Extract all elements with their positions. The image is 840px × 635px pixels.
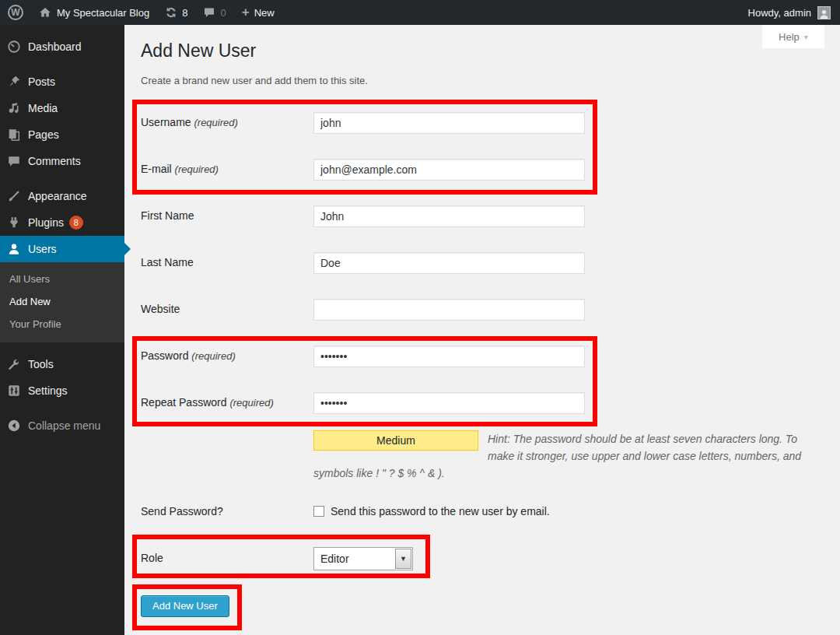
role-selected-value: Editor: [314, 553, 395, 565]
send-password-checkbox-label: Send this password to the new user by em…: [331, 505, 550, 517]
updates-count: 8: [182, 7, 187, 19]
settings-sliders-icon: [6, 383, 22, 398]
add-user-form: Username (required) E-mail (required) Fi…: [141, 103, 824, 617]
sidebar-item-label: Collapse menu: [28, 419, 100, 432]
users-submenu: All Users Add New Your Profile: [0, 262, 124, 342]
wordpress-logo-icon: W: [8, 5, 23, 20]
sidebar-item-media[interactable]: Media: [0, 95, 124, 121]
repeat-password-label: Repeat Password (required): [141, 384, 313, 430]
sidebar-item-label: Settings: [28, 384, 68, 397]
dashboard-icon: [6, 39, 22, 54]
sidebar-item-posts[interactable]: Posts: [0, 68, 124, 95]
strength-spacer: [141, 430, 313, 499]
sidebar-item-label: Posts: [28, 75, 55, 88]
menu-separator: [0, 60, 124, 68]
pages-icon: [6, 127, 22, 142]
main-content: Help ▾ Add New User Create a brand new u…: [124, 25, 840, 635]
chevron-down-icon: ▾: [804, 33, 808, 41]
last-name-label: Last Name: [141, 244, 313, 290]
password-label: Password (required): [141, 337, 313, 384]
admin-sidebar-menu: Dashboard Posts Media Pages Comments App…: [0, 25, 124, 635]
site-name-link[interactable]: My Spectacular Blog: [31, 0, 157, 25]
sidebar-item-label: Pages: [28, 128, 59, 141]
username-label: Username (required): [141, 103, 313, 150]
sidebar-item-label: Appearance: [28, 190, 87, 202]
sidebar-item-collapse-menu[interactable]: Collapse menu: [0, 412, 124, 439]
password-input[interactable]: [313, 346, 585, 367]
sidebar-item-settings[interactable]: Settings: [0, 377, 124, 404]
updates-icon: [165, 6, 177, 19]
new-label: New: [254, 7, 275, 19]
home-icon: [39, 6, 51, 19]
last-name-row: Last Name: [141, 244, 824, 290]
howdy-label: Howdy, admin: [748, 7, 811, 19]
sidebar-item-pages[interactable]: Pages: [0, 121, 124, 148]
website-row: Website: [141, 290, 824, 337]
submit-row: Add New User: [141, 580, 824, 617]
page-title: Add New User: [141, 40, 824, 61]
user-icon: [6, 241, 22, 257]
sidebar-item-label: Dashboard: [28, 40, 82, 53]
comments-bubble-icon: [203, 6, 215, 19]
sidebar-item-label: Users: [28, 243, 57, 255]
admin-bar: W My Spectacular Blog 8 0 + New Howdy, a…: [0, 0, 840, 25]
send-password-row: Send Password? Send this password to the…: [141, 499, 824, 536]
send-password-checkbox[interactable]: [313, 506, 324, 517]
email-row: E-mail (required): [141, 150, 824, 197]
sidebar-item-label: Plugins: [28, 216, 64, 229]
updates-indicator[interactable]: 8: [157, 0, 195, 25]
sidebar-item-label: Tools: [28, 358, 54, 370]
plugins-update-badge: 8: [69, 216, 83, 230]
last-name-input[interactable]: [313, 252, 585, 274]
sidebar-item-label: Comments: [28, 155, 81, 167]
password-row: Password (required): [141, 337, 824, 384]
sidebar-item-label: Media: [28, 102, 58, 114]
repeat-password-input[interactable]: [313, 392, 585, 414]
comments-count: 0: [220, 7, 226, 19]
submenu-item-all-users[interactable]: All Users: [0, 268, 124, 290]
website-input[interactable]: [313, 299, 585, 321]
sidebar-item-users[interactable]: Users: [0, 236, 124, 262]
website-label: Website: [141, 290, 313, 337]
select-arrow-icon: ▼: [395, 549, 411, 569]
submenu-item-your-profile[interactable]: Your Profile: [0, 313, 124, 335]
submenu-item-add-new[interactable]: Add New: [0, 290, 124, 313]
menu-separator: [0, 25, 124, 33]
email-input[interactable]: [313, 159, 585, 181]
wordpress-menu[interactable]: W: [0, 0, 31, 25]
page-description: Create a brand new user and add them to …: [141, 75, 824, 86]
avatar: [817, 6, 831, 19]
collapse-arrow-icon: [6, 418, 22, 433]
sidebar-item-comments[interactable]: Comments: [0, 148, 124, 174]
my-account-menu[interactable]: Howdy, admin: [739, 6, 840, 19]
wrench-icon: [6, 356, 22, 372]
email-label: E-mail (required): [141, 150, 313, 197]
paintbrush-icon: [6, 188, 22, 204]
new-content-menu[interactable]: + New: [234, 0, 282, 25]
pushpin-icon: [6, 74, 22, 89]
first-name-input[interactable]: [313, 205, 585, 227]
send-password-label: Send Password?: [141, 499, 313, 536]
role-select[interactable]: Editor ▼: [313, 547, 413, 570]
username-input[interactable]: [313, 112, 585, 134]
role-label: Role: [141, 536, 313, 580]
username-row: Username (required): [141, 103, 824, 150]
sidebar-item-plugins[interactable]: Plugins 8: [0, 209, 124, 236]
site-name-label: My Spectacular Blog: [57, 7, 149, 19]
comment-icon: [6, 153, 22, 169]
password-strength-row: Medium Hint: The password should be at l…: [141, 430, 824, 499]
media-icon: [6, 100, 22, 116]
add-new-user-button[interactable]: Add New User: [141, 595, 229, 617]
help-label: Help: [779, 31, 800, 43]
first-name-row: First Name: [141, 197, 824, 244]
password-strength-meter: Medium: [313, 430, 478, 451]
comments-indicator[interactable]: 0: [195, 0, 233, 25]
sidebar-item-appearance[interactable]: Appearance: [0, 183, 124, 209]
menu-separator: [0, 174, 124, 183]
plug-icon: [6, 215, 22, 230]
repeat-password-row: Repeat Password (required): [141, 384, 824, 430]
sidebar-item-tools[interactable]: Tools: [0, 351, 124, 377]
menu-separator: [0, 404, 124, 412]
help-button[interactable]: Help ▾: [762, 25, 824, 48]
sidebar-item-dashboard[interactable]: Dashboard: [0, 33, 124, 60]
